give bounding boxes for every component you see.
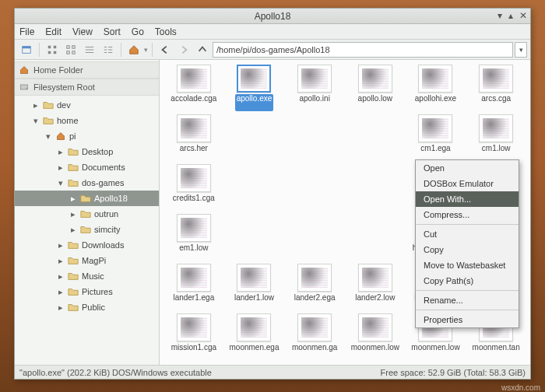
- tree-item-documents[interactable]: ▸Documents: [15, 159, 159, 175]
- file-item[interactable]: [346, 164, 405, 211]
- tree-twisty-icon[interactable]: ▸: [57, 287, 65, 297]
- file-item[interactable]: cm1.ega: [406, 114, 466, 161]
- file-item[interactable]: [346, 214, 405, 261]
- file-item[interactable]: moonmen.ga: [285, 313, 344, 360]
- menu-item-open-with-[interactable]: Open With...: [416, 191, 519, 207]
- view-icons-button[interactable]: [44, 42, 61, 58]
- menu-item-open[interactable]: Open: [416, 160, 519, 176]
- tree-item-dos-games[interactable]: ▾dos-games: [15, 175, 159, 191]
- file-item[interactable]: lander2.ega: [285, 264, 344, 310]
- new-tab-button[interactable]: [18, 42, 35, 58]
- file-item[interactable]: apollohi.exe: [406, 65, 466, 111]
- menu-item-rename-[interactable]: Rename...: [416, 292, 519, 308]
- tree-item-music[interactable]: ▸Music: [15, 268, 159, 284]
- tree-item-pi[interactable]: ▾pi: [15, 128, 159, 144]
- menu-item-copy[interactable]: Copy: [416, 242, 519, 257]
- file-item[interactable]: arcs.her: [164, 114, 223, 161]
- tree-item-downloads[interactable]: ▸Downloads: [15, 237, 159, 253]
- file-thumbnail: [418, 114, 452, 142]
- nav-forward-button[interactable]: [175, 42, 192, 58]
- file-view[interactable]: accolade.cgaapollo.exeapollo.iniapollo.l…: [160, 60, 530, 365]
- menu-item-dosbox-emulator[interactable]: DOSBox Emulator: [416, 176, 519, 191]
- svg-rect-4: [48, 51, 51, 54]
- menu-item-move-to-wastebasket[interactable]: Move to Wastebasket: [416, 257, 519, 273]
- menu-edit[interactable]: Edit: [45, 26, 62, 37]
- tree-twisty-icon[interactable]: ▸: [57, 256, 65, 266]
- menu-sort[interactable]: Sort: [104, 26, 121, 37]
- tree-item-public[interactable]: ▸Public: [15, 299, 159, 315]
- tree-item-pictures[interactable]: ▸Pictures: [15, 284, 159, 299]
- svg-rect-9: [72, 51, 76, 54]
- tree-twisty-icon[interactable]: ▸: [57, 163, 65, 173]
- close-button[interactable]: ✕: [519, 10, 527, 21]
- file-item[interactable]: lander1.ega: [164, 264, 223, 310]
- file-item[interactable]: [285, 214, 344, 261]
- tree-item-simcity[interactable]: ▸simcity: [15, 222, 159, 237]
- tree-item-desktop[interactable]: ▸Desktop: [15, 144, 159, 159]
- tree-twisty-icon[interactable]: ▸: [57, 303, 65, 313]
- tree-item-apollo18[interactable]: ▸Apollo18: [15, 191, 159, 206]
- menu-file[interactable]: File: [19, 26, 34, 37]
- tree-twisty-icon[interactable]: ▸: [69, 209, 77, 219]
- file-item[interactable]: [225, 164, 284, 211]
- file-item[interactable]: moonmen.ega: [225, 313, 284, 360]
- tree-item-magpi[interactable]: ▸MagPi: [15, 253, 159, 268]
- tree-twisty-icon[interactable]: ▾: [57, 178, 65, 188]
- places-home[interactable]: Home Folder: [15, 61, 159, 79]
- nav-back-button[interactable]: [156, 42, 174, 58]
- file-item[interactable]: arcs.cga: [466, 65, 526, 111]
- file-item[interactable]: [225, 114, 284, 161]
- tree-twisty-icon[interactable]: ▸: [69, 194, 77, 204]
- menu-item-cut[interactable]: Cut: [416, 226, 519, 242]
- file-item[interactable]: mission1.cga: [164, 313, 223, 360]
- file-item[interactable]: [225, 214, 284, 261]
- file-item[interactable]: apollo.ini: [285, 65, 344, 111]
- tree-twisty-icon[interactable]: ▸: [57, 147, 65, 157]
- tree-item-label: Public: [82, 303, 105, 312]
- menu-item-copy-path-s-[interactable]: Copy Path(s): [416, 273, 519, 289]
- view-compact-button[interactable]: [81, 42, 98, 58]
- menu-item-properties[interactable]: Properties: [416, 312, 519, 327]
- view-thumbs-button[interactable]: [62, 42, 79, 58]
- file-item[interactable]: moonmen.low: [346, 313, 405, 360]
- tree-twisty-icon[interactable]: ▸: [57, 240, 65, 250]
- tree-twisty-icon[interactable]: ▸: [57, 271, 65, 282]
- menu-item-compress-[interactable]: Compress...: [416, 207, 519, 222]
- file-item[interactable]: apollo.exe: [225, 65, 284, 111]
- tree-twisty-icon[interactable]: ▾: [44, 131, 52, 142]
- file-item[interactable]: lander1.low: [225, 264, 284, 310]
- file-item[interactable]: [346, 114, 405, 161]
- tree-twisty-icon[interactable]: ▸: [32, 100, 40, 110]
- tree-twisty-icon[interactable]: ▾: [32, 116, 40, 126]
- nav-home-dropdown[interactable]: ▾: [144, 46, 148, 54]
- maximize-button[interactable]: ▴: [508, 10, 513, 21]
- tree-item-home[interactable]: ▾home: [15, 113, 159, 128]
- minimize-button[interactable]: ▾: [498, 10, 502, 21]
- file-item[interactable]: em1.low: [164, 214, 223, 261]
- location-input[interactable]: [213, 42, 513, 58]
- tree-item-label: MagPi: [82, 256, 106, 265]
- tree-item-dev[interactable]: ▸dev: [15, 97, 159, 113]
- file-item[interactable]: [285, 164, 344, 211]
- folder-tree: ▸dev▾home▾pi▸Desktop▸Documents▾dos-games…: [15, 96, 159, 317]
- file-item[interactable]: lander2.low: [346, 264, 405, 310]
- file-item[interactable]: apollo.low: [346, 65, 405, 111]
- file-manager-window: Apollo18 ▾ ▴ ✕ File Edit View Sort Go To…: [14, 8, 531, 380]
- places-filesystem[interactable]: Filesystem Root: [15, 79, 159, 96]
- file-item[interactable]: credits1.cga: [164, 164, 223, 211]
- menu-go[interactable]: Go: [132, 26, 144, 37]
- file-item[interactable]: cm1.low: [466, 114, 526, 161]
- view-list-button[interactable]: [100, 42, 117, 58]
- folder-icon: [55, 131, 66, 141]
- nav-home-button[interactable]: [125, 42, 142, 58]
- file-thumbnail: [177, 114, 211, 142]
- file-item[interactable]: [285, 114, 344, 161]
- location-history-dropdown[interactable]: ▾: [515, 42, 527, 58]
- tree-twisty-icon[interactable]: ▸: [69, 225, 77, 235]
- tree-item-outrun[interactable]: ▸outrun: [15, 206, 159, 222]
- titlebar[interactable]: Apollo18 ▾ ▴ ✕: [15, 9, 530, 24]
- file-item[interactable]: accolade.cga: [164, 65, 223, 111]
- menu-view[interactable]: View: [72, 26, 93, 37]
- nav-up-button[interactable]: [194, 42, 211, 58]
- menu-tools[interactable]: Tools: [155, 26, 177, 37]
